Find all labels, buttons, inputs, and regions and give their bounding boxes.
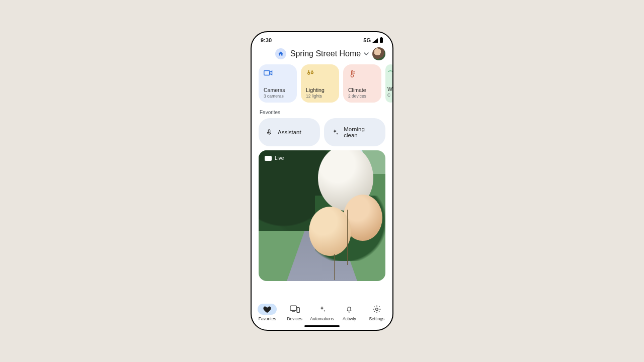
svg-rect-3 (268, 130, 270, 133)
climate-icon (348, 69, 356, 78)
wifi-icon (387, 69, 392, 75)
nav-activity[interactable]: Activity (336, 304, 363, 321)
svg-point-7 (375, 308, 378, 311)
live-label: Live (275, 155, 284, 161)
nav-label: Automations (310, 316, 334, 321)
gear-icon (367, 304, 386, 315)
sparkle-icon (312, 304, 332, 315)
quick-card-title: W (387, 86, 392, 92)
nav-label: Devices (287, 316, 302, 321)
quick-card-sub: C (387, 93, 392, 98)
favorite-label: Morning clean (344, 126, 378, 138)
favorite-label: Assistant (278, 129, 301, 135)
nav-favorites[interactable]: Favorites (254, 304, 281, 321)
quick-card-title: Cameras (264, 87, 292, 93)
nav-label: Activity (343, 316, 356, 321)
status-network: 5G (363, 37, 371, 43)
balloon-icon (309, 207, 351, 256)
quick-card-sub: 12 lights (306, 94, 334, 99)
quick-card-lighting[interactable]: Lighting 12 lights (301, 64, 339, 103)
mic-icon (266, 128, 273, 137)
quick-card-sub: 2 devices (348, 94, 376, 99)
live-indicator: Live (265, 155, 284, 161)
gesture-handle[interactable] (304, 325, 340, 327)
avatar[interactable] (372, 47, 385, 60)
quick-card-climate[interactable]: Climate 2 devices (343, 64, 381, 103)
favorite-morning-clean[interactable]: Morning clean (324, 118, 385, 146)
status-time: 9:30 (261, 37, 272, 43)
quick-card-sub: 3 cameras (264, 94, 292, 99)
bell-icon (340, 304, 359, 315)
signal-icon (372, 38, 378, 43)
favorite-assistant[interactable]: Assistant (259, 118, 320, 146)
status-right: 5G (363, 37, 383, 43)
home-title: Spring Street Home (290, 49, 361, 58)
balloon-string-icon (334, 254, 335, 280)
heart-icon (258, 304, 277, 315)
quick-card-title: Climate (348, 87, 376, 93)
chevron-down-icon (364, 51, 369, 56)
nav-settings[interactable]: Settings (363, 304, 390, 321)
quick-card-partial[interactable]: W C (385, 64, 392, 103)
camera-icon (264, 69, 273, 76)
nav-label: Favorites (259, 316, 276, 321)
svg-rect-4 (290, 306, 296, 310)
svg-rect-0 (380, 38, 383, 43)
devices-icon (285, 304, 304, 315)
home-icon (275, 48, 286, 59)
svg-rect-5 (297, 308, 299, 313)
sparkle-icon (331, 128, 339, 136)
status-bar: 9:30 5G (252, 32, 392, 45)
nav-automations[interactable]: Automations (308, 304, 336, 321)
battery-icon (379, 37, 383, 43)
favorites-row: Assistant Morning clean (252, 118, 392, 146)
quick-card-title: Lighting (306, 87, 334, 93)
camera-live-tile[interactable]: Live (259, 150, 385, 281)
quick-row[interactable]: Cameras 3 cameras Lighting 12 lights Cli… (252, 64, 392, 103)
home-selector[interactable]: Spring Street Home (290, 49, 369, 58)
svg-rect-1 (381, 37, 382, 38)
nav-label: Settings (369, 316, 384, 321)
nav-devices[interactable]: Devices (281, 304, 308, 321)
lighting-icon (306, 69, 315, 77)
bottom-nav: Favorites Devices Automations Activity S… (252, 301, 392, 322)
quick-card-cameras[interactable]: Cameras 3 cameras (259, 64, 297, 103)
header: Spring Street Home (252, 45, 392, 64)
favorites-heading: Favorites (252, 103, 392, 118)
svg-rect-2 (264, 71, 270, 75)
balloon-string-icon (347, 210, 348, 265)
phone-frame: 9:30 5G Spring Street Home Cameras 3 cam… (251, 31, 393, 331)
camera-chip-icon (265, 156, 272, 161)
